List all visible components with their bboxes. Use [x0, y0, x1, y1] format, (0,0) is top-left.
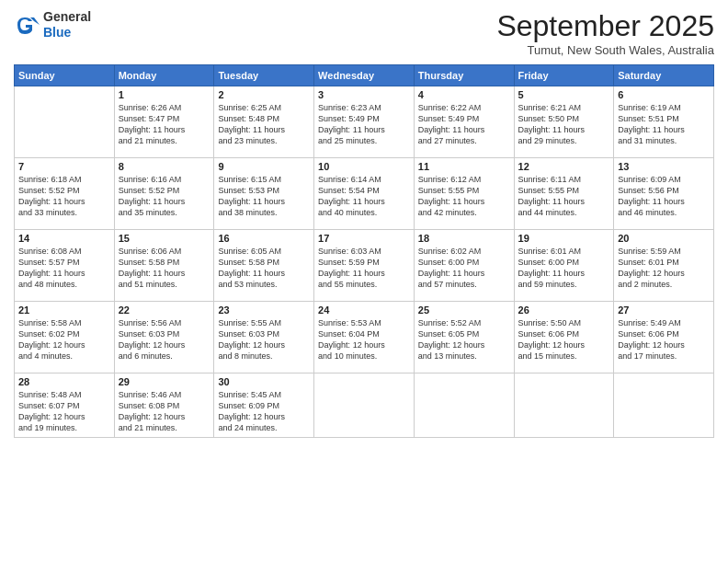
day-number: 6	[618, 89, 710, 100]
day-number: 7	[18, 161, 110, 172]
day-number: 4	[418, 89, 510, 100]
day-info: Sunrise: 6:19 AMSunset: 5:51 PMDaylight:…	[618, 102, 710, 147]
col-header-tuesday: Tuesday	[214, 65, 314, 86]
day-number: 23	[218, 304, 310, 316]
calendar-cell: 27Sunrise: 5:49 AMSunset: 6:06 PMDayligh…	[614, 302, 714, 373]
week-row-2: 14Sunrise: 6:08 AMSunset: 5:57 PMDayligh…	[15, 230, 714, 302]
calendar-cell: 16Sunrise: 6:05 AMSunset: 5:58 PMDayligh…	[214, 230, 314, 302]
day-info: Sunrise: 5:49 AMSunset: 6:06 PMDaylight:…	[618, 317, 710, 362]
day-info: Sunrise: 6:12 AMSunset: 5:55 PMDaylight:…	[418, 174, 510, 219]
col-header-friday: Friday	[514, 65, 614, 86]
day-info: Sunrise: 5:58 AMSunset: 6:02 PMDaylight:…	[18, 317, 110, 362]
col-header-sunday: Sunday	[15, 65, 115, 86]
calendar-cell	[314, 373, 415, 438]
day-info: Sunrise: 6:23 AMSunset: 5:49 PMDaylight:…	[318, 102, 410, 147]
day-number: 9	[218, 161, 310, 172]
col-header-saturday: Saturday	[614, 65, 714, 86]
day-info: Sunrise: 5:50 AMSunset: 6:06 PMDaylight:…	[518, 317, 610, 362]
calendar-cell	[15, 86, 115, 158]
calendar-cell: 29Sunrise: 5:46 AMSunset: 6:08 PMDayligh…	[114, 373, 214, 438]
day-info: Sunrise: 5:45 AMSunset: 6:09 PMDaylight:…	[218, 389, 310, 434]
calendar-header-row: SundayMondayTuesdayWednesdayThursdayFrid…	[15, 65, 714, 86]
calendar: SundayMondayTuesdayWednesdayThursdayFrid…	[14, 64, 714, 438]
col-header-thursday: Thursday	[414, 65, 514, 86]
day-number: 11	[418, 161, 510, 172]
month-title: September 2025	[496, 9, 714, 43]
day-number: 3	[318, 89, 410, 100]
day-number: 18	[418, 233, 510, 244]
calendar-cell: 20Sunrise: 5:59 AMSunset: 6:01 PMDayligh…	[614, 230, 714, 302]
calendar-cell: 22Sunrise: 5:56 AMSunset: 6:03 PMDayligh…	[114, 302, 214, 373]
day-number: 22	[119, 304, 210, 316]
calendar-cell	[614, 373, 714, 438]
calendar-cell: 14Sunrise: 6:08 AMSunset: 5:57 PMDayligh…	[15, 230, 115, 302]
day-number: 17	[318, 233, 410, 244]
day-number: 19	[518, 233, 610, 244]
calendar-cell: 26Sunrise: 5:50 AMSunset: 6:06 PMDayligh…	[514, 302, 614, 373]
day-info: Sunrise: 6:08 AMSunset: 5:57 PMDaylight:…	[18, 246, 110, 291]
day-info: Sunrise: 6:15 AMSunset: 5:53 PMDaylight:…	[218, 174, 310, 219]
day-info: Sunrise: 6:11 AMSunset: 5:55 PMDaylight:…	[518, 174, 610, 219]
day-info: Sunrise: 6:22 AMSunset: 5:49 PMDaylight:…	[418, 102, 510, 147]
title-block: September 2025 Tumut, New South Wales, A…	[496, 9, 714, 57]
day-info: Sunrise: 6:18 AMSunset: 5:52 PMDaylight:…	[18, 174, 110, 219]
calendar-cell: 12Sunrise: 6:11 AMSunset: 5:55 PMDayligh…	[514, 158, 614, 230]
location: Tumut, New South Wales, Australia	[496, 43, 714, 57]
calendar-cell: 13Sunrise: 6:09 AMSunset: 5:56 PMDayligh…	[614, 158, 714, 230]
day-number: 29	[119, 376, 210, 387]
day-number: 26	[518, 304, 610, 316]
calendar-cell: 28Sunrise: 5:48 AMSunset: 6:07 PMDayligh…	[15, 373, 115, 438]
day-info: Sunrise: 5:48 AMSunset: 6:07 PMDaylight:…	[18, 389, 110, 434]
day-info: Sunrise: 6:02 AMSunset: 6:00 PMDaylight:…	[418, 246, 510, 291]
col-header-monday: Monday	[114, 65, 214, 86]
calendar-cell: 24Sunrise: 5:53 AMSunset: 6:04 PMDayligh…	[314, 302, 415, 373]
day-info: Sunrise: 5:46 AMSunset: 6:08 PMDaylight:…	[119, 389, 210, 434]
day-info: Sunrise: 6:09 AMSunset: 5:56 PMDaylight:…	[618, 174, 710, 219]
day-info: Sunrise: 6:05 AMSunset: 5:58 PMDaylight:…	[218, 246, 310, 291]
day-number: 15	[119, 233, 210, 244]
day-number: 28	[18, 376, 110, 387]
week-row-1: 7Sunrise: 6:18 AMSunset: 5:52 PMDaylight…	[15, 158, 714, 230]
calendar-cell: 6Sunrise: 6:19 AMSunset: 5:51 PMDaylight…	[614, 86, 714, 158]
day-info: Sunrise: 6:03 AMSunset: 5:59 PMDaylight:…	[318, 246, 410, 291]
calendar-cell: 5Sunrise: 6:21 AMSunset: 5:50 PMDaylight…	[514, 86, 614, 158]
calendar-cell: 17Sunrise: 6:03 AMSunset: 5:59 PMDayligh…	[314, 230, 415, 302]
col-header-wednesday: Wednesday	[314, 65, 415, 86]
calendar-cell: 7Sunrise: 6:18 AMSunset: 5:52 PMDaylight…	[15, 158, 115, 230]
page: General Blue September 2025 Tumut, New S…	[0, 0, 728, 563]
day-number: 1	[119, 89, 210, 100]
day-number: 25	[418, 304, 510, 316]
logo-text: General Blue	[43, 9, 91, 40]
calendar-cell: 3Sunrise: 6:23 AMSunset: 5:49 PMDaylight…	[314, 86, 415, 158]
calendar-cell: 21Sunrise: 5:58 AMSunset: 6:02 PMDayligh…	[15, 302, 115, 373]
calendar-cell: 8Sunrise: 6:16 AMSunset: 5:52 PMDaylight…	[114, 158, 214, 230]
calendar-cell: 9Sunrise: 6:15 AMSunset: 5:53 PMDaylight…	[214, 158, 314, 230]
calendar-cell: 23Sunrise: 5:55 AMSunset: 6:03 PMDayligh…	[214, 302, 314, 373]
day-number: 12	[518, 161, 610, 172]
week-row-3: 21Sunrise: 5:58 AMSunset: 6:02 PMDayligh…	[15, 302, 714, 373]
calendar-cell	[414, 373, 514, 438]
day-info: Sunrise: 6:14 AMSunset: 5:54 PMDaylight:…	[318, 174, 410, 219]
logo-icon	[14, 12, 40, 38]
logo: General Blue	[14, 9, 91, 40]
day-info: Sunrise: 5:52 AMSunset: 6:05 PMDaylight:…	[418, 317, 510, 362]
day-number: 24	[318, 304, 410, 316]
day-info: Sunrise: 6:16 AMSunset: 5:52 PMDaylight:…	[119, 174, 210, 219]
day-number: 30	[218, 376, 310, 387]
day-number: 21	[18, 304, 110, 316]
calendar-cell: 18Sunrise: 6:02 AMSunset: 6:00 PMDayligh…	[414, 230, 514, 302]
calendar-cell: 4Sunrise: 6:22 AMSunset: 5:49 PMDaylight…	[414, 86, 514, 158]
day-number: 16	[218, 233, 310, 244]
day-info: Sunrise: 6:25 AMSunset: 5:48 PMDaylight:…	[218, 102, 310, 147]
day-number: 13	[618, 161, 710, 172]
day-number: 5	[518, 89, 610, 100]
day-number: 20	[618, 233, 710, 244]
day-info: Sunrise: 5:53 AMSunset: 6:04 PMDaylight:…	[318, 317, 410, 362]
day-number: 2	[218, 89, 310, 100]
calendar-cell: 2Sunrise: 6:25 AMSunset: 5:48 PMDaylight…	[214, 86, 314, 158]
day-number: 27	[618, 304, 710, 316]
calendar-cell: 19Sunrise: 6:01 AMSunset: 6:00 PMDayligh…	[514, 230, 614, 302]
day-number: 8	[119, 161, 210, 172]
day-info: Sunrise: 6:01 AMSunset: 6:00 PMDaylight:…	[518, 246, 610, 291]
day-info: Sunrise: 6:21 AMSunset: 5:50 PMDaylight:…	[518, 102, 610, 147]
